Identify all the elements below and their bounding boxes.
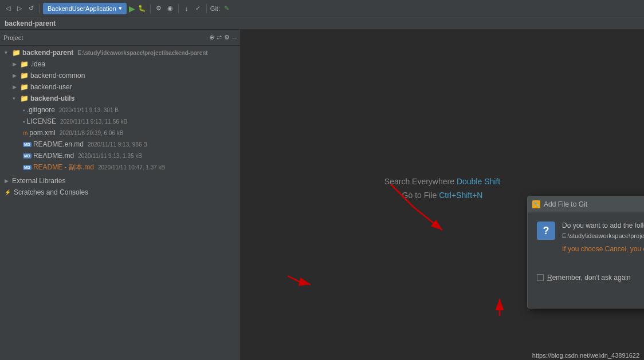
file-tree: ▾ 📁 backend-parent E:\study\ideaworkspac… xyxy=(0,46,240,360)
dialog-footer: Remember, don't ask again Add Cancel xyxy=(528,269,644,308)
separator-4 xyxy=(206,4,207,13)
idea-folder-icon: 📁 xyxy=(20,60,29,68)
title-bar: backend-parent xyxy=(0,17,644,30)
bc-label: backend-common xyxy=(30,72,85,80)
question-icon: ? xyxy=(537,221,555,240)
scratches-icon: ⚡ xyxy=(5,189,11,195)
dialog-body: ? Do you want to add the following file … xyxy=(528,212,644,269)
content-area: Search Everywhere Double Shift Go to Fil… xyxy=(241,30,644,360)
back-icon[interactable]: ◁ xyxy=(3,4,13,13)
dialog-message-area: Do you want to add the following file to… xyxy=(562,221,644,253)
butils-chevron: ▾ xyxy=(13,96,18,101)
dialog-file-path: E:\study\ideaworkspace\project\backend-p… xyxy=(562,232,644,240)
question-mark: ? xyxy=(543,225,549,237)
run-button[interactable]: ▶ xyxy=(129,4,135,13)
debug-icon[interactable]: 🐛 xyxy=(138,4,147,13)
pomxml-icon: m xyxy=(23,130,28,136)
gitignore-icon: ▪ xyxy=(23,107,25,113)
pomxml-label: pom.xml xyxy=(29,129,55,137)
add-icon[interactable]: ⊕ xyxy=(209,34,214,41)
readme-en-meta: 2020/11/11 9:13, 986 B xyxy=(88,141,147,148)
vcs-commit-icon[interactable]: ✓ xyxy=(194,4,203,13)
git-label: Git: xyxy=(210,5,220,12)
forward-icon[interactable]: ▷ xyxy=(15,4,24,13)
app-title: backend-parent xyxy=(5,19,56,27)
minimize-icon[interactable]: ─ xyxy=(232,34,237,41)
tree-root[interactable]: ▾ 📁 backend-parent E:\study\ideaworkspac… xyxy=(0,47,240,58)
sidebar-header: Project ⊕ ⇌ ⚙ ─ xyxy=(0,30,240,46)
tree-item-backend-utils[interactable]: ▾ 📁 backend-utils xyxy=(0,93,240,104)
dialog-overlay: 🔧 Add File to Git ✕ ? Do you want to add… xyxy=(241,30,644,360)
run-config-selector[interactable]: BackendUserApplication ▾ xyxy=(43,3,127,14)
remember-label: Remember, don't ask again xyxy=(547,274,631,282)
readme-copy-icon: MD xyxy=(23,165,32,170)
dialog-titlebar: 🔧 Add File to Git ✕ xyxy=(528,196,644,212)
butils-folder-icon: 📁 xyxy=(20,94,29,102)
tree-item-backend-user[interactable]: ▶ 📁 backend-user xyxy=(0,81,240,93)
gitignore-label: .gitignore xyxy=(27,106,55,114)
butils-label: backend-utils xyxy=(30,94,74,102)
root-folder-icon: 📁 xyxy=(12,49,21,57)
separator-1 xyxy=(39,4,40,13)
tree-item-external-libraries[interactable]: ▶ External Libraries xyxy=(0,175,240,187)
tree-item-readme-copy[interactable]: MD README - 副本.md 2020/11/11 10:47, 1.37… xyxy=(0,161,240,173)
checkbox-row: Remember, don't ask again xyxy=(537,274,644,282)
ext-lib-chevron: ▶ xyxy=(5,178,10,184)
bu-chevron: ▶ xyxy=(13,84,18,90)
license-meta: 2020/11/11 9:13, 11.56 kB xyxy=(60,118,127,125)
sidebar-title: Project xyxy=(3,34,207,41)
vcs-update-icon[interactable]: ↓ xyxy=(182,4,191,13)
layout-icon[interactable]: ⇌ xyxy=(217,34,222,41)
separator-2 xyxy=(150,4,151,13)
license-label: LICENSE xyxy=(27,117,56,125)
dialog-title: Add File to Git xyxy=(544,200,644,208)
root-path: E:\study\ideaworkspace\project\backend-p… xyxy=(77,50,207,56)
external-libraries-label: External Libraries xyxy=(12,177,65,185)
tree-item-gitignore[interactable]: ▪ .gitignore 2020/11/11 9:13, 301 B xyxy=(0,104,240,116)
tree-item-idea[interactable]: ▶ 📁 .idea xyxy=(0,58,240,70)
dialog-content-row: ? Do you want to add the following file … xyxy=(537,221,644,253)
readme-en-label: README.en.md xyxy=(33,140,84,148)
add-file-to-git-dialog: 🔧 Add File to Git ✕ ? Do you want to add… xyxy=(527,196,644,308)
license-icon: ▪ xyxy=(23,118,25,125)
sidebar: Project ⊕ ⇌ ⚙ ─ ▾ 📁 backend-parent E:\st… xyxy=(0,30,241,360)
toolbar: ◁ ▷ ↺ BackendUserApplication ▾ ▶ 🐛 ⚙ ◉ ↓… xyxy=(0,0,644,17)
main-layout: Project ⊕ ⇌ ⚙ ─ ▾ 📁 backend-parent E:\st… xyxy=(0,30,644,360)
readme-copy-meta: 2020/11/11 10:47, 1.37 kB xyxy=(98,164,165,171)
dialog-warning-text: If you choose Cancel, you can still add … xyxy=(562,245,644,253)
dialog-title-icon: 🔧 xyxy=(532,200,540,208)
bc-folder-icon: 📁 xyxy=(20,72,29,80)
git-icon[interactable]: ✎ xyxy=(222,4,231,13)
bu-folder-icon: 📁 xyxy=(20,83,29,91)
refresh-icon[interactable]: ↺ xyxy=(26,4,36,13)
tree-item-pomxml[interactable]: m pom.xml 2020/11/8 20:39, 6.06 kB xyxy=(0,127,240,139)
bu-label: backend-user xyxy=(30,83,72,91)
scratches-label: Scratches and Consoles xyxy=(14,188,88,196)
checkbox-underline-letter: R xyxy=(547,274,552,282)
gitignore-meta: 2020/11/11 9:13, 301 B xyxy=(59,107,119,113)
run-config-name: BackendUserApplication xyxy=(48,5,116,12)
idea-label: .idea xyxy=(30,60,45,68)
root-name: backend-parent xyxy=(22,49,73,57)
remember-checkbox[interactable] xyxy=(537,274,544,281)
tree-item-license[interactable]: ▪ LICENSE 2020/11/11 9:13, 11.56 kB xyxy=(0,116,240,127)
settings-icon[interactable]: ⚙ xyxy=(224,34,230,41)
tree-item-readme[interactable]: MD README.md 2020/11/11 9:13, 1.35 kB xyxy=(0,150,240,161)
readme-copy-label: README - 副本.md xyxy=(33,163,94,172)
readme-en-icon: MD xyxy=(23,142,32,147)
readme-label: README.md xyxy=(33,152,74,160)
dialog-buttons: Add Cancel xyxy=(537,287,644,301)
root-chevron: ▾ xyxy=(5,50,10,56)
separator-3 xyxy=(178,4,179,13)
dialog-main-question: Do you want to add the following file to… xyxy=(562,221,644,230)
readme-icon: MD xyxy=(23,153,32,159)
tree-item-backend-common[interactable]: ▶ 📁 backend-common xyxy=(0,70,240,81)
pomxml-meta: 2020/11/8 20:39, 6.06 kB xyxy=(60,130,124,136)
tree-item-readme-en[interactable]: MD README.en.md 2020/11/11 9:13, 986 B xyxy=(0,139,240,150)
idea-chevron: ▶ xyxy=(13,61,18,67)
readme-meta: 2020/11/11 9:13, 1.35 kB xyxy=(78,153,142,159)
tree-item-scratches[interactable]: ⚡ Scratches and Consoles xyxy=(0,187,240,198)
profile-icon[interactable]: ⚙ xyxy=(154,4,163,13)
chevron-down-icon: ▾ xyxy=(119,5,122,12)
coverage-icon[interactable]: ◉ xyxy=(166,4,175,13)
